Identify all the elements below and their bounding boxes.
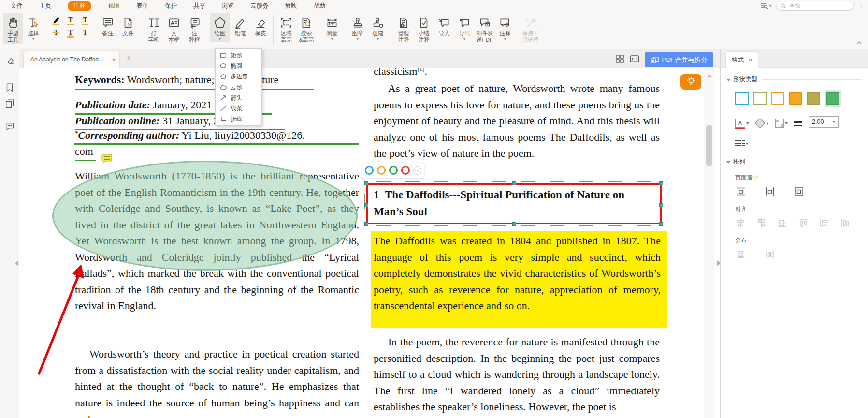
- manage-comments-button[interactable]: 管理 注释: [393, 13, 414, 44]
- document-tab[interactable]: An Analysis on The Daffod... ×: [23, 51, 120, 68]
- center-horizontal-button[interactable]: [735, 186, 747, 197]
- note-button[interactable]: 备注: [98, 13, 118, 37]
- menu-help[interactable]: 帮助: [314, 2, 326, 10]
- menu-home[interactable]: 主页: [39, 2, 51, 10]
- color-blue-button[interactable]: [365, 166, 374, 175]
- swatch-olive-outline[interactable]: [753, 92, 767, 105]
- strikeout-icon[interactable]: T: [49, 27, 63, 39]
- textbox-button[interactable]: 文 本框: [164, 13, 184, 44]
- more-colors-button[interactable]: ⋯: [413, 166, 421, 175]
- color-red-button[interactable]: [401, 166, 410, 175]
- resize-handle-se[interactable]: [659, 222, 663, 226]
- format-close-icon[interactable]: ×: [749, 57, 752, 63]
- file-attachment-button[interactable]: 文件: [118, 13, 138, 37]
- line-weight-button[interactable]: [794, 121, 802, 128]
- pdf-merge-split-button[interactable]: PDF合并与拆分: [645, 52, 714, 67]
- find-input[interactable]: [788, 2, 839, 9]
- menu-item-line[interactable]: 线条: [216, 103, 261, 114]
- area-highlight-button[interactable]: 区域 高亮: [276, 13, 296, 44]
- menu-cloud[interactable]: 云服务: [250, 2, 269, 10]
- pages-icon[interactable]: [4, 98, 15, 109]
- scrollbar-thumb[interactable]: [706, 125, 712, 166]
- document-canvas[interactable]: Keywords: Wordsworth; nature; view of na…: [19, 68, 704, 418]
- sticky-note-annotation[interactable]: [101, 154, 112, 163]
- line-width-select[interactable]: 2.00: [809, 116, 839, 128]
- center-vertical-button[interactable]: [764, 186, 776, 197]
- swatch-orange-outline[interactable]: [771, 92, 784, 105]
- red-arrow-annotation[interactable]: [32, 260, 90, 379]
- replace-text-icon[interactable]: T^: [63, 27, 78, 39]
- menu-protect[interactable]: 保护: [165, 2, 177, 10]
- swatch-orange-fill[interactable]: [789, 92, 802, 105]
- resize-handle-e[interactable]: [659, 203, 663, 207]
- menu-form[interactable]: 表单: [136, 2, 148, 10]
- scroll-up-icon[interactable]: [707, 72, 712, 80]
- center-both-button[interactable]: [793, 186, 805, 197]
- summarize-comments-button[interactable]: 小结 注释: [414, 13, 434, 44]
- resize-handle-sw[interactable]: [364, 222, 368, 226]
- menu-item-cloud[interactable]: 云形: [216, 82, 261, 92]
- green-underline-annotation[interactable]: [75, 89, 314, 90]
- underline-icon[interactable]: T: [63, 14, 78, 27]
- yellow-highlight-annotation[interactable]: The Daffodils was created in 1804 and pu…: [371, 231, 667, 328]
- panel-expand-handle[interactable]: [717, 260, 721, 266]
- draw-button[interactable]: 绘图 ▾: [210, 13, 230, 42]
- resize-handle-n[interactable]: [512, 181, 516, 185]
- swatch-green-fill[interactable]: [826, 92, 839, 105]
- app-grid-icon[interactable]: [615, 54, 624, 65]
- export-comments-button[interactable]: 导出 ▾: [454, 13, 475, 42]
- more-menu-icon[interactable]: ⋮: [858, 2, 864, 9]
- line-style-button[interactable]: [735, 140, 749, 147]
- green-underline-annotation[interactable]: [75, 160, 96, 161]
- red-rectangle-annotation[interactable]: 1 The Daffodils---Spiritual Purification…: [366, 183, 662, 224]
- color-green-button[interactable]: [389, 166, 398, 175]
- font-color-button[interactable]: A: [735, 119, 749, 128]
- resize-handle-nw[interactable]: [364, 181, 368, 185]
- menu-item-rectangle[interactable]: 矩形: [216, 50, 261, 60]
- shape-type-section-header[interactable]: 形状类型: [726, 75, 861, 84]
- menu-item-polygon[interactable]: 多边形: [216, 71, 261, 82]
- switch-view-icon[interactable]: [629, 54, 640, 65]
- collapse-ribbon-icon[interactable]: [856, 38, 862, 46]
- bookmarks-icon[interactable]: [4, 82, 15, 93]
- format-tab[interactable]: 格式 ×: [725, 51, 758, 68]
- resize-handle-s[interactable]: [512, 222, 516, 226]
- menu-browse[interactable]: 浏览: [222, 2, 234, 10]
- typewriter-button[interactable]: 打 字机: [144, 13, 164, 44]
- menu-file[interactable]: 文件: [11, 2, 23, 10]
- green-underline-annotation[interactable]: [74, 143, 359, 145]
- tab-close-icon[interactable]: ×: [112, 56, 116, 63]
- menu-item-ellipse[interactable]: 椭圆: [216, 60, 261, 71]
- fill-color-button[interactable]: [755, 119, 769, 128]
- resize-handle-ne[interactable]: [659, 181, 663, 185]
- find-options-button[interactable]: ▾: [761, 2, 771, 9]
- menu-share[interactable]: 共享: [193, 2, 205, 10]
- squiggly-underline-icon[interactable]: T: [78, 14, 92, 27]
- pencil-button[interactable]: 铅笔: [230, 13, 250, 37]
- import-comments-button[interactable]: 导入: [434, 13, 454, 37]
- color-orange-button[interactable]: [377, 166, 386, 175]
- callout-button[interactable]: 注 释框: [184, 13, 204, 44]
- comments-panel-icon[interactable]: [4, 121, 15, 132]
- green-ellipse-annotation[interactable]: [52, 161, 358, 271]
- insert-text-icon[interactable]: T^: [78, 27, 92, 39]
- eraser-button[interactable]: 橡皮: [250, 13, 271, 37]
- menu-item-arrow[interactable]: 箭头: [216, 92, 261, 103]
- tips-lightbulb-button[interactable]: [680, 74, 701, 90]
- swatch-blue-outline[interactable]: [735, 92, 749, 105]
- comment-settings-button[interactable]: 注释 ▾: [495, 13, 515, 42]
- menu-present[interactable]: 放映: [285, 2, 297, 10]
- document-scrollbar[interactable]: [704, 68, 714, 418]
- arrange-section-header[interactable]: 排列: [726, 158, 861, 166]
- email-fdf-button[interactable]: 邮件发 送FDF: [475, 13, 495, 44]
- measure-button[interactable]: 测量 ▾: [322, 13, 342, 42]
- opacity-button[interactable]: [775, 119, 788, 128]
- menu-item-polyline[interactable]: 折线: [216, 114, 261, 124]
- new-tab-button[interactable]: +: [127, 53, 131, 61]
- stamp-button[interactable]: 图章 ▾: [347, 13, 368, 42]
- menu-comment[interactable]: 注释: [68, 1, 91, 11]
- eraser-tool-icon[interactable]: [4, 55, 15, 66]
- swatch-olive-fill[interactable]: [807, 92, 820, 105]
- sidebar-collapse-handle[interactable]: [15, 260, 18, 266]
- create-stamp-button[interactable]: 创建 ▾: [368, 13, 388, 42]
